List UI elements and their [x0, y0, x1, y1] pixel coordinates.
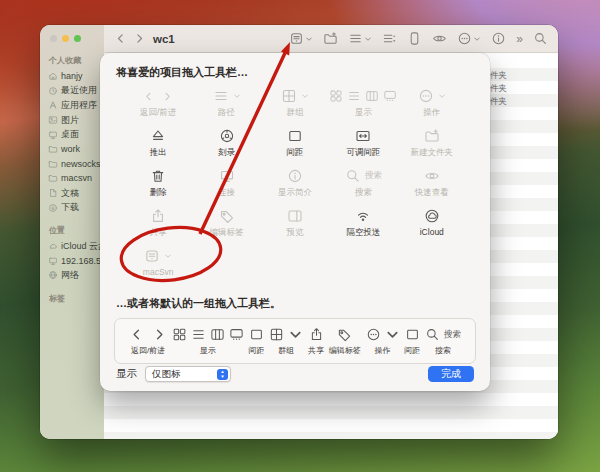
zoom-button[interactable] [74, 35, 81, 42]
default-item-label: 编辑标签 [329, 345, 361, 356]
toolbar-buttons: » [289, 31, 548, 46]
palette-item-flexible-space[interactable]: 可调间距 [329, 124, 397, 164]
palette-item-burn[interactable]: 刻录 [192, 124, 260, 164]
window-title: wc1 [153, 33, 175, 45]
quick-look-icon [432, 31, 447, 46]
palette-item-space[interactable]: 间距 [261, 124, 329, 164]
done-button[interactable]: 完成 [428, 366, 474, 382]
item-icon-row [337, 327, 352, 343]
item-icon-row [219, 207, 235, 225]
palette-item-label: 间距 [286, 147, 303, 159]
finder-sidebar: 个人收藏hanjy最近使用应用程序图片桌面worknewsocksmacsvn文… [40, 25, 104, 439]
palette-item-edit-tags[interactable]: 编辑标签 [192, 204, 260, 244]
sidebar-item-newsocks[interactable]: newsocks [48, 157, 100, 172]
burn-icon [219, 128, 235, 144]
palette-item-share[interactable]: 共享 [124, 204, 192, 244]
item-icon-row [424, 127, 440, 145]
sidebar-item-applications[interactable]: 应用程序 [48, 98, 100, 113]
edit-tags-icon [337, 327, 352, 342]
sidebar-item-label: iCloud 云盘 [61, 240, 100, 253]
palette-item-search[interactable]: 搜索搜索 [329, 164, 397, 204]
palette-item-path[interactable]: 路径 [192, 84, 260, 124]
search-placeholder-text: 搜索 [444, 329, 461, 341]
palette-item-new-folder[interactable]: 新建文件夹 [398, 124, 466, 164]
globe-icon [48, 270, 58, 280]
palette-item-get-info[interactable]: 显示简介 [261, 164, 329, 204]
sidebar-item-network[interactable]: 网络 [48, 268, 100, 283]
toolbar-new-folder-button[interactable] [323, 31, 338, 46]
cloud-icon [48, 241, 58, 251]
item-icon-row [150, 167, 166, 185]
default-item-label: 操作 [375, 345, 391, 356]
sidebar-item-desktop[interactable]: 桌面 [48, 127, 100, 142]
palette-item-label: 新建文件夹 [411, 147, 454, 159]
toolbar-overflow-button[interactable]: » [516, 33, 523, 45]
search-placeholder-text: 搜索 [365, 170, 382, 182]
preview-icon [287, 208, 303, 224]
palette-item-preview[interactable]: 预览 [261, 204, 329, 244]
view-grid-icon [329, 89, 343, 103]
palette-item-eject[interactable]: 推出 [124, 124, 192, 164]
default-item-label: 间距 [249, 345, 265, 356]
palette-item-group[interactable]: 群组 [261, 84, 329, 124]
palette-item-airdrop[interactable]: 隔空投送 [329, 204, 397, 244]
palette-item-macsvn[interactable]: macSvn [124, 244, 192, 284]
toolbar-group-sort-button[interactable] [382, 31, 397, 46]
sidebar-item-icloud-drive[interactable]: iCloud 云盘 [48, 239, 100, 254]
toolbar-path-button[interactable] [348, 31, 372, 46]
toolbar-macsvn-button[interactable] [289, 31, 313, 46]
sidebar-item-label: 最近使用 [61, 84, 97, 97]
document-icon [48, 188, 58, 198]
sidebar-item-label: work [61, 144, 80, 154]
sidebar-item-hanjy[interactable]: hanjy [48, 69, 100, 84]
back-button[interactable] [114, 32, 127, 45]
default-item-back-forward[interactable]: 返回/前进 [129, 327, 167, 356]
palette-item-label: 删除 [150, 187, 167, 199]
sidebar-item-server[interactable]: 192.168.50 [48, 254, 100, 269]
palette-item-connect[interactable]: 连接 [192, 164, 260, 204]
sidebar-item-recents[interactable]: 最近使用 [48, 84, 100, 99]
default-item-group[interactable]: 群组 [269, 327, 303, 356]
default-item-search[interactable]: 搜索搜索 [425, 327, 461, 356]
palette-item-delete[interactable]: 删除 [124, 164, 192, 204]
toolbar-quick-look-button[interactable] [432, 31, 447, 46]
sidebar-item-macsvn[interactable]: macsvn [48, 171, 100, 186]
toolbar-get-info-button[interactable] [491, 31, 506, 46]
show-mode-dropdown[interactable]: 仅图标 ▲▼ [145, 366, 231, 382]
default-item-space2[interactable]: 间距 [404, 327, 420, 356]
default-item-view[interactable]: 显示 [172, 327, 244, 356]
flexible-space-icon [355, 128, 371, 144]
default-item-space[interactable]: 间距 [249, 327, 265, 356]
item-icon-row [329, 87, 397, 105]
close-button[interactable] [50, 35, 57, 42]
sidebar-section-title: 个人收藏 [49, 55, 100, 66]
palette-item-icloud[interactable]: iCloud [398, 204, 466, 244]
connect-icon [219, 168, 235, 184]
drag-hint-text: 将喜爱的项目拖入工具栏… [116, 65, 474, 80]
minimize-button[interactable] [62, 35, 69, 42]
palette-item-view[interactable]: 显示 [329, 84, 397, 124]
sidebar-item-downloads[interactable]: 下载 [48, 200, 100, 215]
sidebar-item-pictures[interactable]: 图片 [48, 113, 100, 128]
toolbar-action-button[interactable] [457, 31, 481, 46]
default-item-share[interactable]: 共享 [308, 327, 324, 356]
default-item-label: 返回/前进 [131, 345, 165, 356]
item-icon-row [355, 127, 371, 145]
chevron-down-icon [473, 35, 481, 43]
toolbar-search-button[interactable] [533, 31, 548, 46]
palette-item-label: 显示 [355, 107, 372, 119]
sidebar-item-label: macsvn [61, 173, 92, 183]
palette-item-action[interactable]: 操作 [398, 84, 466, 124]
desktop-icon [48, 256, 58, 266]
palette-item-back-forward[interactable]: 返回/前进 [124, 84, 192, 124]
toolbar-space-button[interactable] [407, 31, 422, 46]
default-item-action[interactable]: 操作 [366, 327, 400, 356]
forward-button[interactable] [133, 32, 146, 45]
default-item-label: 显示 [200, 345, 216, 356]
sidebar-item-documents[interactable]: 文稿 [48, 186, 100, 201]
sidebar-item-work[interactable]: work [48, 142, 100, 157]
default-item-edit-tags[interactable]: 编辑标签 [329, 327, 361, 356]
palette-item-quick-look[interactable]: 快速查看 [398, 164, 466, 204]
chevron-down-icon [301, 92, 309, 100]
default-toolbar-set[interactable]: 返回/前进显示间距群组共享编辑标签操作间距搜索搜索 [114, 318, 476, 364]
